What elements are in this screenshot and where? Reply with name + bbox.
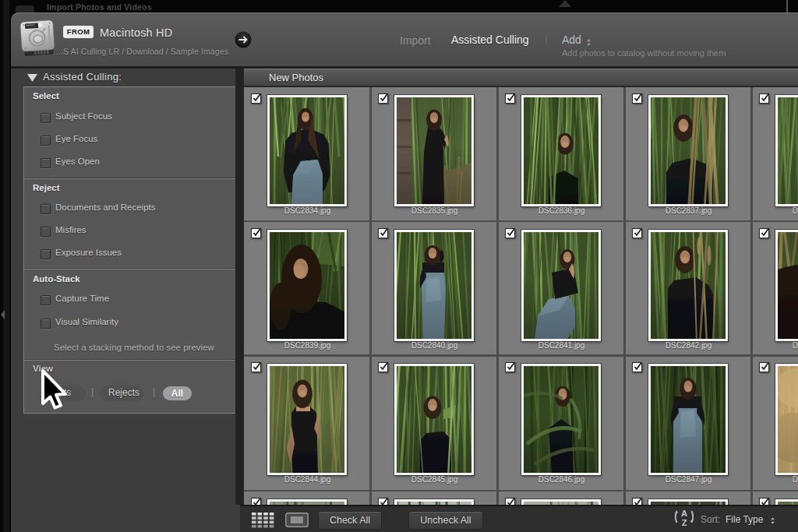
svg-text:Z: Z	[682, 518, 687, 527]
svg-text:A: A	[681, 509, 687, 518]
